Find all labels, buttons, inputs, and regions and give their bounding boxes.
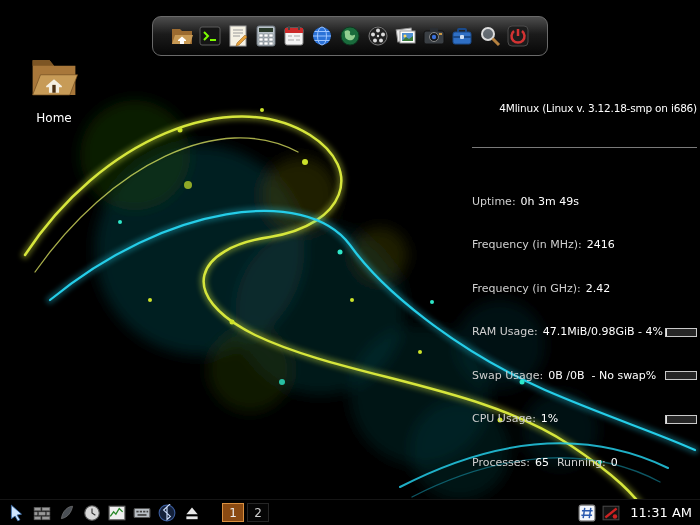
image-viewer-icon[interactable] [394, 24, 418, 48]
home-folder-icon [27, 50, 81, 104]
home-icon-label: Home [16, 111, 92, 125]
dock-config-icon[interactable] [58, 504, 76, 522]
calendar-icon[interactable] [282, 24, 306, 48]
network-globe-icon[interactable] [338, 24, 362, 48]
web-browser-icon[interactable] [310, 24, 334, 48]
camera-icon[interactable] [422, 24, 446, 48]
freq-mhz-row: Frequency (in MHz): 2416 [472, 238, 697, 253]
file-manager-icon[interactable] [170, 24, 194, 48]
system-tray: 11:31 AM [578, 504, 692, 522]
eject-icon[interactable] [183, 504, 201, 522]
workspace-pager: 1 2 [222, 503, 269, 522]
swap-bar [665, 371, 697, 380]
recorder-icon[interactable] [602, 504, 620, 522]
firewall-icon[interactable] [33, 504, 51, 522]
mouse-config-icon[interactable] [8, 504, 26, 522]
search-icon[interactable] [478, 24, 502, 48]
terminal-icon[interactable] [198, 24, 222, 48]
quit-icon[interactable] [506, 24, 530, 48]
text-editor-icon[interactable] [226, 24, 250, 48]
processes-row: Processes: 65 Running: 0 [472, 456, 697, 471]
media-player-icon[interactable] [366, 24, 390, 48]
workspace-1[interactable]: 1 [222, 503, 244, 522]
calculator-icon[interactable] [254, 24, 278, 48]
workspace-2[interactable]: 2 [247, 503, 269, 522]
ram-row: RAM Usage: 47.1MiB/0.98GiB - 4% [472, 325, 697, 340]
divider [472, 147, 697, 148]
ram-bar [665, 328, 697, 337]
taskbar: 1 2 11:31 AM [0, 499, 700, 525]
conky-monitor: 4Mlinux (Linux v. 3.12.18-smp on i686) U… [472, 72, 697, 525]
system-monitor-icon[interactable] [108, 504, 126, 522]
clock-icon[interactable] [83, 504, 101, 522]
taskbar-clock: 11:31 AM [626, 505, 692, 520]
uptime-row: Uptime: 0h 3m 49s [472, 195, 697, 210]
cpu-row: CPU Usage: 1% [472, 412, 697, 427]
keyboard-icon[interactable] [133, 504, 151, 522]
cpu-bar [665, 415, 697, 424]
home-desktop-icon[interactable]: Home [16, 50, 92, 125]
hash-app-icon[interactable] [578, 504, 596, 522]
conky-title: 4Mlinux (Linux v. 3.12.18-smp on i686) [472, 101, 697, 115]
dock [152, 16, 548, 56]
archive-manager-icon[interactable] [450, 24, 474, 48]
desktop: { "desktop": { "home_label": "Home" }, "… [0, 0, 700, 525]
bluetooth-icon[interactable] [158, 504, 176, 522]
freq-ghz-row: Frequency (in GHz): 2.42 [472, 282, 697, 297]
swap-row: Swap Usage: 0B /0B - No swap% [472, 369, 697, 384]
